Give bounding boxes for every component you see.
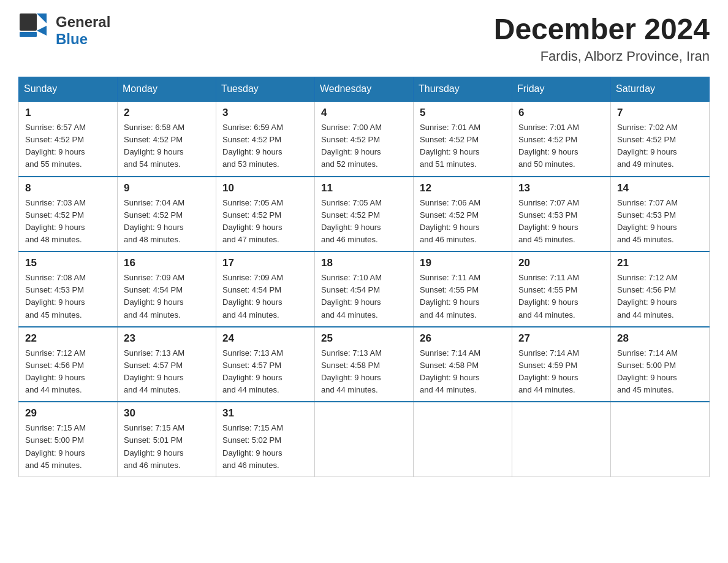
day-info: Sunrise: 7:13 AMSunset: 4:58 PMDaylight:… <box>321 347 407 397</box>
day-number: 13 <box>518 182 604 194</box>
day-number: 12 <box>420 182 506 194</box>
week-row-2: 8Sunrise: 7:03 AMSunset: 4:52 PMDaylight… <box>19 177 710 252</box>
day-info: Sunrise: 7:02 AMSunset: 4:52 PMDaylight:… <box>617 121 703 171</box>
day-info: Sunrise: 7:09 AMSunset: 4:54 PMDaylight:… <box>124 272 210 321</box>
day-info: Sunrise: 7:03 AMSunset: 4:52 PMDaylight:… <box>25 197 111 247</box>
day-number: 26 <box>420 332 506 345</box>
header-monday: Monday <box>118 77 216 102</box>
calendar-cell <box>414 402 512 477</box>
calendar-cell: 27Sunrise: 7:14 AMSunset: 4:59 PMDayligh… <box>512 327 611 402</box>
calendar-cell: 29Sunrise: 7:15 AMSunset: 5:00 PMDayligh… <box>19 402 118 477</box>
day-number: 31 <box>222 407 308 419</box>
day-info: Sunrise: 7:01 AMSunset: 4:52 PMDaylight:… <box>518 121 604 171</box>
calendar-cell: 14Sunrise: 7:07 AMSunset: 4:53 PMDayligh… <box>611 177 710 252</box>
calendar-cell: 3Sunrise: 6:59 AMSunset: 4:52 PMDaylight… <box>216 101 315 177</box>
day-info: Sunrise: 7:12 AMSunset: 4:56 PMDaylight:… <box>25 347 111 397</box>
day-number: 4 <box>321 107 407 119</box>
header-sunday: Sunday <box>19 77 118 102</box>
location-title: Fardis, Alborz Province, Iran <box>494 48 710 64</box>
day-info: Sunrise: 7:09 AMSunset: 4:54 PMDaylight:… <box>222 272 308 321</box>
day-info: Sunrise: 7:10 AMSunset: 4:54 PMDaylight:… <box>321 272 407 321</box>
day-number: 5 <box>420 107 506 119</box>
calendar-cell: 8Sunrise: 7:03 AMSunset: 4:52 PMDaylight… <box>19 177 118 252</box>
logo-icon <box>18 12 52 49</box>
day-info: Sunrise: 7:13 AMSunset: 4:57 PMDaylight:… <box>124 347 210 397</box>
day-info: Sunrise: 7:14 AMSunset: 4:59 PMDaylight:… <box>518 347 604 397</box>
day-number: 15 <box>25 257 111 269</box>
week-row-4: 22Sunrise: 7:12 AMSunset: 4:56 PMDayligh… <box>19 327 710 402</box>
logo-blue-text: Blue <box>56 31 110 48</box>
calendar-cell: 12Sunrise: 7:06 AMSunset: 4:52 PMDayligh… <box>414 177 512 252</box>
day-number: 7 <box>617 107 703 119</box>
header-friday: Friday <box>512 77 611 102</box>
calendar-cell: 20Sunrise: 7:11 AMSunset: 4:55 PMDayligh… <box>512 251 611 327</box>
calendar-cell: 31Sunrise: 7:15 AMSunset: 5:02 PMDayligh… <box>216 402 315 477</box>
day-number: 24 <box>222 332 308 345</box>
day-info: Sunrise: 7:04 AMSunset: 4:52 PMDaylight:… <box>124 197 210 247</box>
calendar-cell: 6Sunrise: 7:01 AMSunset: 4:52 PMDaylight… <box>512 101 611 177</box>
day-info: Sunrise: 7:05 AMSunset: 4:52 PMDaylight:… <box>222 197 308 247</box>
calendar-cell <box>315 402 414 477</box>
day-number: 21 <box>617 257 703 269</box>
day-number: 18 <box>321 257 407 269</box>
day-info: Sunrise: 7:11 AMSunset: 4:55 PMDaylight:… <box>420 272 506 321</box>
day-number: 23 <box>124 332 210 345</box>
calendar-cell: 15Sunrise: 7:08 AMSunset: 4:53 PMDayligh… <box>19 251 118 327</box>
calendar-cell: 21Sunrise: 7:12 AMSunset: 4:56 PMDayligh… <box>611 251 710 327</box>
day-number: 8 <box>25 182 111 194</box>
day-number: 29 <box>25 407 111 419</box>
day-number: 27 <box>518 332 604 345</box>
svg-marker-3 <box>37 13 47 23</box>
day-info: Sunrise: 7:14 AMSunset: 5:00 PMDaylight:… <box>617 347 703 397</box>
day-info: Sunrise: 6:59 AMSunset: 4:52 PMDaylight:… <box>222 121 308 171</box>
day-number: 6 <box>518 107 604 119</box>
calendar-cell <box>611 402 710 477</box>
calendar-cell: 22Sunrise: 7:12 AMSunset: 4:56 PMDayligh… <box>19 327 118 402</box>
calendar-cell: 5Sunrise: 7:01 AMSunset: 4:52 PMDaylight… <box>414 101 512 177</box>
header-wednesday: Wednesday <box>315 77 414 102</box>
calendar-cell: 4Sunrise: 7:00 AMSunset: 4:52 PMDaylight… <box>315 101 414 177</box>
day-info: Sunrise: 6:58 AMSunset: 4:52 PMDaylight:… <box>124 121 210 171</box>
calendar-cell: 24Sunrise: 7:13 AMSunset: 4:57 PMDayligh… <box>216 327 315 402</box>
calendar-cell <box>512 402 611 477</box>
calendar-cell: 18Sunrise: 7:10 AMSunset: 4:54 PMDayligh… <box>315 251 414 327</box>
day-info: Sunrise: 7:07 AMSunset: 4:53 PMDaylight:… <box>617 197 703 247</box>
day-number: 25 <box>321 332 407 345</box>
title-area: December 2024 Fardis, Alborz Province, I… <box>494 12 710 64</box>
day-info: Sunrise: 7:15 AMSunset: 5:01 PMDaylight:… <box>124 422 210 472</box>
day-info: Sunrise: 7:15 AMSunset: 5:00 PMDaylight:… <box>25 422 111 472</box>
calendar-table: SundayMondayTuesdayWednesdayThursdayFrid… <box>18 77 710 477</box>
calendar-cell: 7Sunrise: 7:02 AMSunset: 4:52 PMDaylight… <box>611 101 710 177</box>
day-number: 30 <box>124 407 210 419</box>
day-info: Sunrise: 7:05 AMSunset: 4:52 PMDaylight:… <box>321 197 407 247</box>
calendar-cell: 17Sunrise: 7:09 AMSunset: 4:54 PMDayligh… <box>216 251 315 327</box>
day-number: 2 <box>124 107 210 119</box>
day-number: 14 <box>617 182 703 194</box>
day-info: Sunrise: 7:11 AMSunset: 4:55 PMDaylight:… <box>518 272 604 321</box>
header-tuesday: Tuesday <box>216 77 315 102</box>
logo-text: General Blue <box>56 13 110 47</box>
day-number: 22 <box>25 332 111 345</box>
day-info: Sunrise: 6:57 AMSunset: 4:52 PMDaylight:… <box>25 121 111 171</box>
logo: General Blue <box>18 12 110 49</box>
day-number: 3 <box>222 107 308 119</box>
calendar-cell: 30Sunrise: 7:15 AMSunset: 5:01 PMDayligh… <box>118 402 216 477</box>
day-number: 17 <box>222 257 308 269</box>
header-saturday: Saturday <box>611 77 710 102</box>
week-row-3: 15Sunrise: 7:08 AMSunset: 4:53 PMDayligh… <box>19 251 710 327</box>
calendar-cell: 1Sunrise: 6:57 AMSunset: 4:52 PMDaylight… <box>19 101 118 177</box>
calendar-cell: 10Sunrise: 7:05 AMSunset: 4:52 PMDayligh… <box>216 177 315 252</box>
calendar-cell: 11Sunrise: 7:05 AMSunset: 4:52 PMDayligh… <box>315 177 414 252</box>
day-number: 28 <box>617 332 703 345</box>
calendar-cell: 16Sunrise: 7:09 AMSunset: 4:54 PMDayligh… <box>118 251 216 327</box>
day-number: 1 <box>25 107 111 119</box>
day-number: 16 <box>124 257 210 269</box>
day-info: Sunrise: 7:14 AMSunset: 4:58 PMDaylight:… <box>420 347 506 397</box>
day-info: Sunrise: 7:06 AMSunset: 4:52 PMDaylight:… <box>420 197 506 247</box>
day-info: Sunrise: 7:01 AMSunset: 4:52 PMDaylight:… <box>420 121 506 171</box>
calendar-cell: 28Sunrise: 7:14 AMSunset: 5:00 PMDayligh… <box>611 327 710 402</box>
day-number: 20 <box>518 257 604 269</box>
calendar-cell: 25Sunrise: 7:13 AMSunset: 4:58 PMDayligh… <box>315 327 414 402</box>
logo-general-text: General <box>56 13 110 31</box>
calendar-header-row: SundayMondayTuesdayWednesdayThursdayFrid… <box>19 77 710 102</box>
